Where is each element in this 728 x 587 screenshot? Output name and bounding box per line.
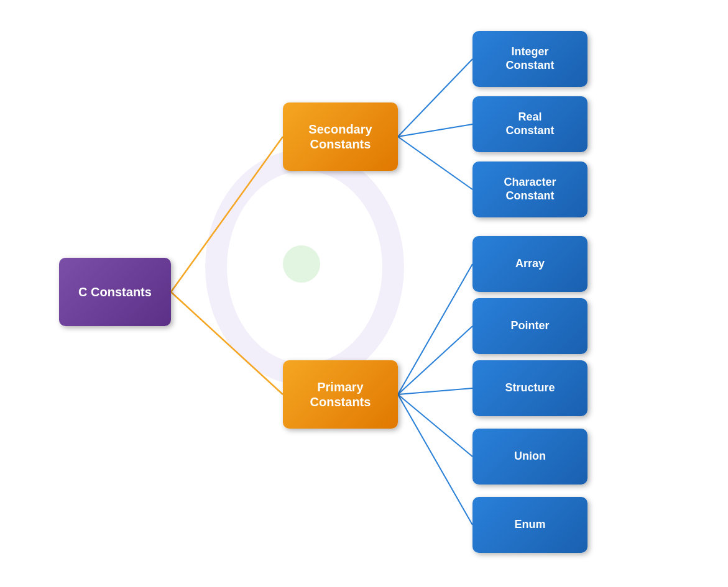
- pointer-label: Pointer: [510, 319, 549, 333]
- union-node: Union: [472, 429, 587, 485]
- bg-shape: [205, 149, 404, 385]
- character-constant-label: CharacterConstant: [504, 176, 556, 202]
- character-constant-node: CharacterConstant: [472, 162, 587, 217]
- svg-line-0: [171, 137, 283, 292]
- pointer-node: Pointer: [472, 298, 587, 354]
- svg-line-7: [398, 388, 472, 394]
- real-constant-node: RealConstant: [472, 96, 587, 152]
- diagram: C Constants SecondaryConstants PrimaryCo…: [0, 0, 728, 587]
- secondary-node: SecondaryConstants: [283, 102, 398, 171]
- svg-line-1: [171, 292, 283, 394]
- svg-line-3: [398, 124, 472, 137]
- svg-line-9: [398, 394, 472, 525]
- svg-line-2: [398, 59, 472, 137]
- primary-label: PrimaryConstants: [310, 380, 371, 409]
- array-node: Array: [472, 236, 587, 292]
- array-label: Array: [515, 257, 545, 271]
- svg-line-4: [398, 137, 472, 189]
- root-label: C Constants: [78, 284, 152, 299]
- integer-constant-label: IntegerConstant: [506, 45, 555, 72]
- secondary-label: SecondaryConstants: [308, 122, 372, 152]
- integer-constant-node: IntegerConstant: [472, 31, 587, 87]
- root-node: C Constants: [59, 258, 171, 326]
- union-label: Union: [514, 450, 546, 463]
- svg-line-8: [398, 394, 472, 457]
- enum-label: Enum: [514, 518, 545, 532]
- structure-node: Structure: [472, 360, 587, 416]
- svg-line-5: [398, 264, 472, 394]
- primary-node: PrimaryConstants: [283, 360, 398, 429]
- real-constant-label: RealConstant: [506, 111, 555, 137]
- enum-node: Enum: [472, 497, 587, 553]
- structure-label: Structure: [505, 381, 555, 395]
- svg-line-6: [398, 326, 472, 394]
- bg-dot: [283, 245, 320, 283]
